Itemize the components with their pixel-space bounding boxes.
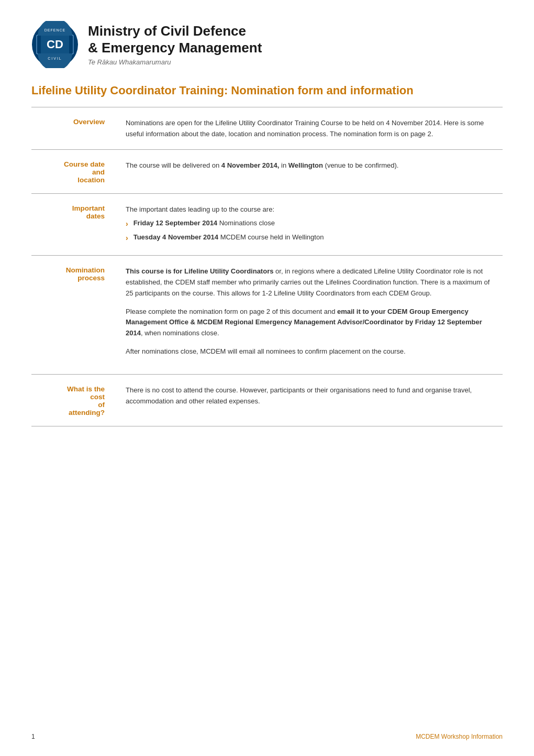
important-dates-label: Importantdates	[31, 193, 115, 256]
course-date-label: Course dateandlocation	[31, 149, 115, 193]
nomination-para-2: Please complete the nomination form on p…	[126, 306, 494, 339]
nomination-row: Nominationprocess This course is for Lif…	[31, 256, 503, 375]
svg-text:CD: CD	[47, 38, 63, 51]
course-date-content: The course will be delivered on 4 Novemb…	[115, 149, 503, 193]
footer: 1 MCDEM Workshop Information	[31, 733, 503, 740]
bullet-icon: ›	[126, 218, 128, 229]
important-dates-list: › Friday 12 September 2014 Nominations c…	[126, 218, 494, 244]
overview-row: Overview Nominations are open for the Li…	[31, 107, 503, 149]
cost-text: There is no cost to attend the course. H…	[126, 386, 472, 405]
nomination-label: Nominationprocess	[31, 256, 115, 375]
important-dates-intro: The important dates leading up to the co…	[126, 205, 274, 213]
cost-row: What is thecostofattending? There is no …	[31, 374, 503, 426]
footer-page-number: 1	[31, 733, 35, 740]
bullet-icon: ›	[126, 232, 128, 244]
header-subtitle: Te Rākau Whakamarumaru	[88, 58, 262, 66]
page: CD CIVIL DEFENCE Ministry of Civil Defen…	[0, 0, 534, 756]
nomination-para-1: This course is for Lifeline Utility Coor…	[126, 266, 494, 299]
important-dates-row: Importantdates The important dates leadi…	[31, 193, 503, 256]
content-table: Overview Nominations are open for the Li…	[31, 107, 503, 426]
svg-text:CIVIL: CIVIL	[48, 57, 62, 60]
list-item: › Friday 12 September 2014 Nominations c…	[126, 218, 494, 229]
list-item: › Tuesday 4 November 2014 MCDEM course h…	[126, 232, 494, 244]
header-text: Ministry of Civil Defence & Emergency Ma…	[88, 23, 262, 65]
course-date-row: Course dateandlocation The course will b…	[31, 149, 503, 193]
svg-text:DEFENCE: DEFENCE	[44, 28, 65, 32]
footer-brand: MCDEM Workshop Information	[416, 733, 503, 740]
cost-content: There is no cost to attend the course. H…	[115, 374, 503, 426]
date-item-1: Friday 12 September 2014 Nominations clo…	[134, 218, 275, 229]
important-dates-content: The important dates leading up to the co…	[115, 193, 503, 256]
header-title-line1: Ministry of Civil Defence	[88, 23, 262, 39]
date-item-2: Tuesday 4 November 2014 MCDEM course hel…	[134, 232, 324, 243]
logo: CD CIVIL DEFENCE	[31, 21, 79, 68]
header: CD CIVIL DEFENCE Ministry of Civil Defen…	[31, 21, 503, 68]
overview-content: Nominations are open for the Lifeline Ut…	[115, 107, 503, 149]
page-title: Lifeline Utility Coordinator Training: N…	[31, 84, 503, 97]
nomination-para-3: After nominations close, MCDEM will emai…	[126, 346, 494, 357]
overview-label: Overview	[31, 107, 115, 149]
header-title-line2: & Emergency Management	[88, 40, 262, 56]
cost-label: What is thecostofattending?	[31, 374, 115, 426]
nomination-content: This course is for Lifeline Utility Coor…	[115, 256, 503, 375]
